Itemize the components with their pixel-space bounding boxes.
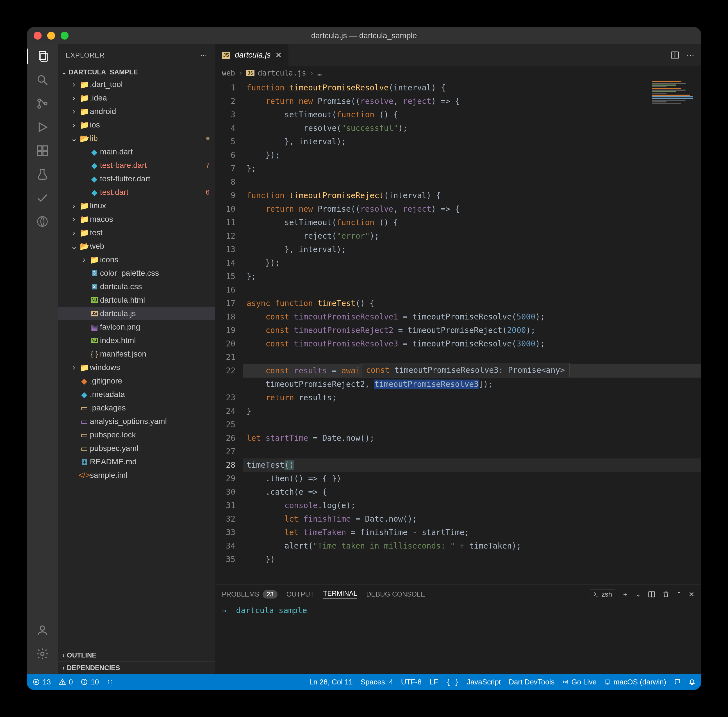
code-line[interactable]: timeoutPromiseReject2, timeoutPromiseRes…	[243, 378, 701, 391]
code-line[interactable]: return results;	[243, 391, 701, 404]
file-tree-item[interactable]: ◆test.dart6	[58, 186, 215, 199]
file-tree-item[interactable]: ◆.metadata	[58, 388, 215, 401]
file-tree-item[interactable]: ⌄📂web	[58, 240, 215, 253]
code-content[interactable]: const const timeoutPromiseResolve3: Prom…	[243, 80, 701, 584]
code-line[interactable]: resolve("successful");	[243, 122, 701, 135]
explorer-icon[interactable]	[27, 49, 58, 64]
settings-gear-icon[interactable]	[35, 646, 50, 662]
file-tree-item[interactable]: ›📁linux	[58, 199, 215, 212]
code-line[interactable]: });	[243, 148, 701, 162]
status-go-live[interactable]: Go Live	[563, 678, 597, 686]
code-line[interactable]: let timeTaken = finishTime - startTime;	[243, 526, 701, 539]
breadcrumb-item[interactable]: web	[222, 69, 235, 77]
status-warnings[interactable]: 0	[59, 678, 73, 686]
file-tree-item[interactable]: ▭analysis_options.yaml	[58, 415, 215, 428]
terminal-shell-label[interactable]: zsh	[590, 590, 615, 599]
file-tree-item[interactable]: ›📁icons	[58, 253, 215, 266]
file-tree-item[interactable]: ›📁macos	[58, 212, 215, 226]
code-line[interactable]: })	[243, 553, 701, 566]
status-os[interactable]: macOS (darwin)	[604, 678, 666, 686]
code-line[interactable]: const timeoutPromiseReject2 = timeoutPro…	[243, 324, 701, 337]
code-line[interactable]: async function timeTest() {	[243, 297, 701, 310]
code-line[interactable]	[243, 445, 701, 458]
accounts-icon[interactable]	[35, 622, 50, 638]
file-tree-item[interactable]: </>sample.iml	[58, 468, 215, 482]
file-tree-item[interactable]: ⌄📂lib	[58, 132, 215, 145]
code-line[interactable]	[243, 418, 701, 432]
status-eol[interactable]: LF	[430, 678, 438, 686]
file-tree-item[interactable]: ›📁android	[58, 105, 215, 118]
terminal[interactable]: → dartcula_sample	[215, 604, 701, 674]
code-line[interactable]: };	[243, 270, 701, 283]
panel-tab-terminal[interactable]: TERMINAL	[323, 590, 357, 599]
status-errors[interactable]: 13	[32, 678, 51, 686]
tree-root[interactable]: ⌄ DARTCULA_SAMPLE	[58, 67, 215, 78]
split-editor-icon[interactable]	[670, 50, 680, 60]
file-tree-item[interactable]: ›📁.dart_tool	[58, 78, 215, 91]
code-line[interactable]: }	[243, 404, 701, 418]
file-tree-item[interactable]: { }manifest.json	[58, 347, 215, 361]
status-bell-icon[interactable]	[689, 679, 696, 685]
code-line[interactable]: setTimeout(function () {	[243, 108, 701, 122]
file-tree-item[interactable]: JSdartcula.js	[58, 307, 215, 320]
split-terminal-icon[interactable]	[648, 590, 656, 598]
file-tree-item[interactable]: NJdartcula.html	[58, 293, 215, 307]
code-line[interactable]: console.log(e);	[243, 499, 701, 513]
minimize-window-button[interactable]	[47, 32, 55, 40]
file-tree-item[interactable]: ▦favicon.png	[58, 320, 215, 334]
outline-section[interactable]: › OUTLINE	[58, 649, 215, 661]
file-tree-item[interactable]: ›📁windows	[58, 361, 215, 374]
code-line[interactable]	[243, 283, 701, 297]
code-line[interactable]: function timeoutPromiseReject(interval) …	[243, 189, 701, 203]
file-tree-item[interactable]: ◆test-flutter.dart	[58, 172, 215, 186]
sidebar-more-icon[interactable]: ⋯	[200, 51, 207, 59]
code-line[interactable]: timeTest()	[243, 458, 701, 472]
code-line[interactable]: }, interval);	[243, 135, 701, 148]
code-line[interactable]: let finishTime = Date.now();	[243, 513, 701, 526]
file-tree-item[interactable]: ›📁ios	[58, 118, 215, 132]
status-feedback-icon[interactable]	[674, 679, 681, 685]
dependencies-section[interactable]: › DEPENDENCIES	[58, 661, 215, 674]
code-line[interactable]: }, interval);	[243, 243, 701, 256]
file-tree-item[interactable]: ›📁.idea	[58, 91, 215, 105]
kill-terminal-icon[interactable]	[662, 591, 670, 598]
maximize-panel-icon[interactable]: ⌃	[676, 590, 682, 598]
file-tree-item[interactable]: 3dartcula.css	[58, 280, 215, 293]
file-tree-item[interactable]: ◆test-bare.dart7	[58, 159, 215, 172]
status-live-icon[interactable]	[107, 679, 113, 685]
file-tree-item[interactable]: 3color_palette.css	[58, 266, 215, 280]
code-line[interactable]: function timeoutPromiseResolve(interval)…	[243, 81, 701, 95]
code-line[interactable]	[243, 175, 701, 189]
file-tree-item[interactable]: ▭pubspec.yaml	[58, 442, 215, 455]
more-actions-icon[interactable]: ⋯	[687, 50, 694, 60]
close-panel-icon[interactable]: ✕	[689, 590, 694, 598]
editor[interactable]: 1234567891011121314151617181920212223242…	[215, 80, 701, 584]
status-line-col[interactable]: Ln 28, Col 11	[309, 678, 353, 686]
code-line[interactable]: setTimeout(function () {	[243, 216, 701, 229]
terminal-dropdown-icon[interactable]: ⌄	[635, 590, 641, 598]
flutter-icon[interactable]	[35, 214, 50, 229]
status-spaces[interactable]: Spaces: 4	[361, 678, 393, 686]
file-tree-item[interactable]: ▭pubspec.lock	[58, 428, 215, 442]
code-line[interactable]: return new Promise((resolve, reject) => …	[243, 203, 701, 216]
code-line[interactable]: };	[243, 162, 701, 175]
tab-close-icon[interactable]: ✕	[275, 50, 282, 60]
source-control-icon[interactable]	[35, 96, 50, 111]
breadcrumbs[interactable]: web › JS dartcula.js › …	[215, 66, 701, 80]
status-language[interactable]: { } JavaScript	[446, 678, 501, 686]
code-line[interactable]: const timeoutPromiseResolve1 = timeoutPr…	[243, 310, 701, 324]
file-tree-item[interactable]: ◆main.dart	[58, 145, 215, 159]
code-line[interactable]: return new Promise((resolve, reject) => …	[243, 95, 701, 108]
code-line[interactable]: .catch(e => {	[243, 485, 701, 499]
file-tree-item[interactable]: ›📁test	[58, 226, 215, 240]
panel-tab-output[interactable]: OUTPUT	[286, 590, 314, 598]
file-tree-item[interactable]: NJindex.html	[58, 334, 215, 347]
code-line[interactable]: let startTime = Date.now();	[243, 432, 701, 445]
maximize-window-button[interactable]	[61, 32, 69, 40]
close-window-button[interactable]	[34, 32, 41, 40]
file-tree-item[interactable]: ▭.packages	[58, 401, 215, 415]
search-icon[interactable]	[35, 72, 50, 88]
code-line[interactable]: reject("error");	[243, 229, 701, 243]
panel-tab-debug-console[interactable]: DEBUG CONSOLE	[366, 590, 425, 598]
code-line[interactable]: .then(() => { })	[243, 472, 701, 485]
